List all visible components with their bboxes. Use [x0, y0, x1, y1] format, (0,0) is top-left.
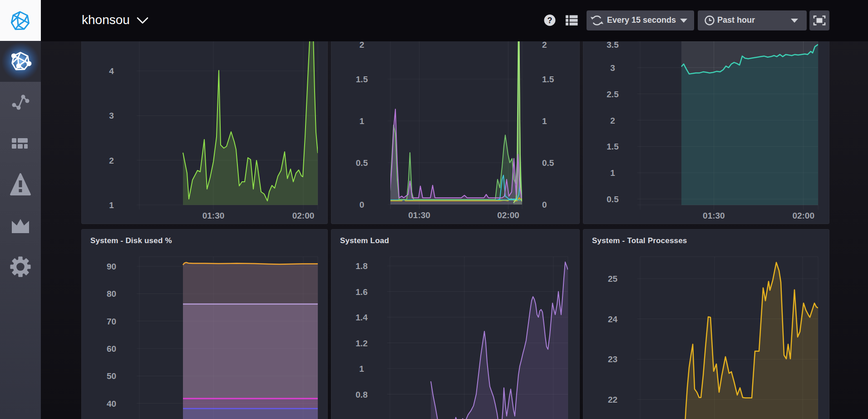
- svg-text:40: 40: [107, 399, 116, 409]
- svg-text:23: 23: [608, 354, 617, 364]
- svg-text:4: 4: [109, 66, 114, 76]
- svg-text:3: 3: [610, 63, 615, 73]
- svg-text:1.6: 1.6: [355, 287, 367, 297]
- svg-text:90: 90: [107, 262, 116, 271]
- svg-text:24: 24: [608, 314, 618, 324]
- svg-text:2.5: 2.5: [607, 90, 619, 99]
- svg-text:1: 1: [359, 364, 364, 374]
- svg-text:1.8: 1.8: [355, 261, 367, 271]
- svg-text:2: 2: [610, 116, 615, 125]
- svg-text:1: 1: [610, 168, 615, 178]
- svg-text:1: 1: [360, 116, 365, 126]
- svg-text:2: 2: [542, 40, 547, 50]
- svg-text:2: 2: [360, 40, 365, 50]
- svg-text:60: 60: [107, 344, 116, 354]
- svg-text:3: 3: [109, 111, 114, 120]
- svg-text:50: 50: [107, 371, 116, 381]
- svg-text:02:00: 02:00: [497, 210, 519, 220]
- svg-text:1: 1: [542, 116, 547, 126]
- svg-text:02:00: 02:00: [292, 211, 315, 220]
- svg-text:80: 80: [107, 289, 116, 299]
- svg-text:1: 1: [109, 200, 114, 210]
- svg-text:?: ?: [547, 16, 552, 25]
- svg-text:0.5: 0.5: [542, 158, 554, 168]
- svg-text:22: 22: [608, 395, 617, 404]
- svg-text:0: 0: [360, 200, 365, 210]
- svg-text:3.5: 3.5: [607, 40, 619, 50]
- svg-text:01:30: 01:30: [703, 211, 725, 220]
- svg-text:70: 70: [107, 317, 116, 326]
- svg-text:1.5: 1.5: [356, 75, 368, 84]
- svg-text:1.5: 1.5: [607, 142, 619, 151]
- svg-text:1.5: 1.5: [542, 75, 554, 84]
- svg-text:1.2: 1.2: [355, 339, 367, 348]
- svg-text:01:30: 01:30: [202, 211, 225, 220]
- svg-text:25: 25: [608, 274, 618, 284]
- svg-text:01:30: 01:30: [408, 210, 430, 220]
- svg-text:1.4: 1.4: [355, 313, 368, 322]
- svg-text:2: 2: [109, 156, 114, 165]
- svg-text:02:00: 02:00: [792, 211, 814, 220]
- svg-text:0.5: 0.5: [607, 195, 619, 204]
- svg-text:0: 0: [542, 200, 547, 210]
- svg-text:0.5: 0.5: [356, 158, 368, 168]
- svg-text:0.8: 0.8: [355, 390, 367, 399]
